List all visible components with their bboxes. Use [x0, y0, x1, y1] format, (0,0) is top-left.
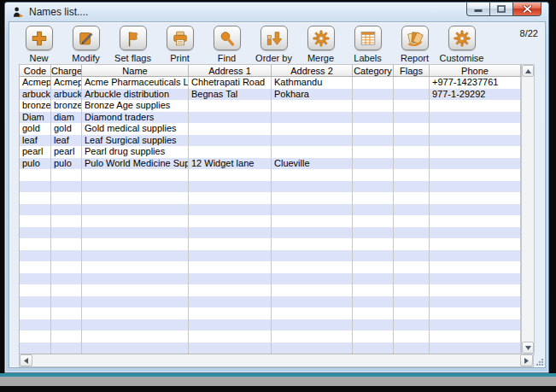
toolbar-button-print[interactable]: Print [156, 26, 203, 63]
table-cell [51, 238, 82, 250]
resize-grip-icon[interactable] [535, 357, 544, 366]
column-header-address-2[interactable]: Address 2 [272, 64, 353, 77]
table-row[interactable] [20, 319, 521, 331]
table-cell: pearl [51, 146, 82, 158]
table-cell [430, 307, 521, 319]
column-header-name[interactable]: Name [82, 64, 189, 77]
table-cell [189, 296, 272, 308]
table-cell: Arbuckle distribution [82, 89, 189, 101]
names-list-window: Names list.... NewModifySet flagsPrintFi… [4, 2, 549, 373]
table-cell: leaf [20, 135, 51, 147]
table-row[interactable] [20, 296, 521, 308]
table-row[interactable] [20, 204, 521, 216]
table-header-row: CodeCharge...NameAddress 1Address 2Categ… [20, 64, 521, 77]
table-row[interactable] [20, 261, 521, 273]
table-cell [82, 273, 189, 285]
table-row[interactable]: pearlpearlPearl drug supplies [20, 146, 521, 158]
toolbar-button-report[interactable]: Report [391, 26, 438, 63]
table-row[interactable] [20, 192, 521, 204]
toolbar-button-modify[interactable]: Modify [62, 26, 109, 63]
toolbar-button-new[interactable]: New [15, 26, 62, 63]
table-icon [354, 26, 382, 50]
search-icon [214, 26, 241, 50]
table-cell [272, 135, 353, 147]
table-cell [20, 238, 51, 250]
table-row[interactable] [20, 181, 521, 193]
table-row[interactable]: pulopuloPulo World Medicine Suppliers12 … [20, 158, 521, 170]
table-cell [189, 146, 272, 158]
table-cell: diam [51, 112, 82, 124]
table-cell [51, 250, 82, 262]
table-row[interactable] [20, 227, 521, 239]
table-cell [82, 227, 189, 239]
table-cell [82, 250, 189, 262]
table-cell [353, 250, 394, 262]
table-row[interactable] [20, 284, 521, 296]
toolbar-button-order-by[interactable]: Order by [250, 26, 297, 63]
table-cell [394, 342, 430, 354]
table-cell [189, 319, 272, 331]
table-cell [189, 135, 272, 147]
toolbar-button-customise[interactable]: Customise [438, 26, 485, 63]
table-row[interactable]: AcmepAcmepAcme Pharmaceuticals LtdChhetr… [20, 77, 521, 89]
column-header-address-1[interactable]: Address 1 [189, 64, 272, 77]
table-cell [394, 123, 430, 135]
table-cell [51, 342, 82, 354]
table-cell [353, 204, 394, 216]
column-header-category[interactable]: Category [353, 64, 394, 77]
close-button[interactable] [512, 3, 541, 16]
column-header-flags[interactable]: Flags [394, 64, 430, 77]
table-cell [430, 215, 521, 227]
record-count: 8/22 [520, 28, 538, 38]
table-row[interactable] [20, 238, 521, 250]
table-row[interactable]: arbuckarbuckArbuckle distributionBegnas … [20, 89, 521, 101]
table-row[interactable] [20, 250, 521, 262]
vertical-scrollbar[interactable] [521, 64, 535, 354]
table-cell [353, 135, 394, 147]
column-header-charge[interactable]: Charge... [51, 64, 82, 77]
toolbar-button-find[interactable]: Find [203, 26, 250, 63]
table-cell [189, 204, 272, 216]
table-row[interactable] [20, 169, 521, 181]
person-icon [12, 6, 25, 19]
window-title: Names list.... [29, 6, 88, 18]
toolbar-button-labels[interactable]: Labels [344, 26, 391, 63]
table-cell [272, 215, 353, 227]
table-row[interactable]: bronzebronzeBronze Age supplies [20, 100, 521, 112]
table-row[interactable]: leafleafLeaf Surgical supplies [20, 135, 521, 147]
column-header-code[interactable]: Code [20, 64, 51, 77]
table-row[interactable] [20, 342, 521, 354]
table-cell [394, 192, 430, 204]
horizontal-scrollbar[interactable] [19, 354, 534, 367]
table-cell [82, 307, 189, 319]
horizontal-scroll-track[interactable] [32, 354, 520, 366]
table-row[interactable]: goldgoldGold medical supplies [20, 123, 521, 135]
table-cell [430, 135, 521, 147]
scroll-up-button[interactable] [522, 65, 534, 77]
toolbar-button-merge[interactable]: Merge [297, 26, 344, 63]
maximize-button[interactable] [489, 3, 513, 16]
column-header-phone[interactable]: Phone [430, 64, 521, 77]
table-cell: Clueville [272, 158, 353, 170]
vertical-scroll-track[interactable] [522, 77, 534, 342]
table-cell [394, 181, 430, 193]
scroll-right-button[interactable] [520, 354, 533, 366]
minimize-button[interactable] [466, 3, 490, 16]
table-row[interactable] [20, 215, 521, 227]
titlebar[interactable]: Names list.... [5, 3, 548, 21]
toolbar-button-label: Report [401, 53, 429, 63]
table-columns: CodeCharge...NameAddress 1Address 2Categ… [19, 64, 521, 354]
table-row[interactable]: DiamdiamDiamond traders [20, 112, 521, 124]
table-cell: pulo [20, 158, 51, 170]
table-cell [430, 319, 521, 331]
table-cell [189, 112, 272, 124]
toolbar-button-set-flags[interactable]: Set flags [109, 26, 156, 63]
table-row[interactable] [20, 331, 521, 342]
scroll-down-button[interactable] [522, 342, 534, 354]
table-row[interactable] [20, 273, 521, 285]
printer-icon [167, 26, 194, 50]
table-cell [82, 261, 189, 273]
table-cell [430, 158, 521, 170]
table-row[interactable] [20, 307, 521, 319]
scroll-left-button[interactable] [20, 354, 32, 366]
